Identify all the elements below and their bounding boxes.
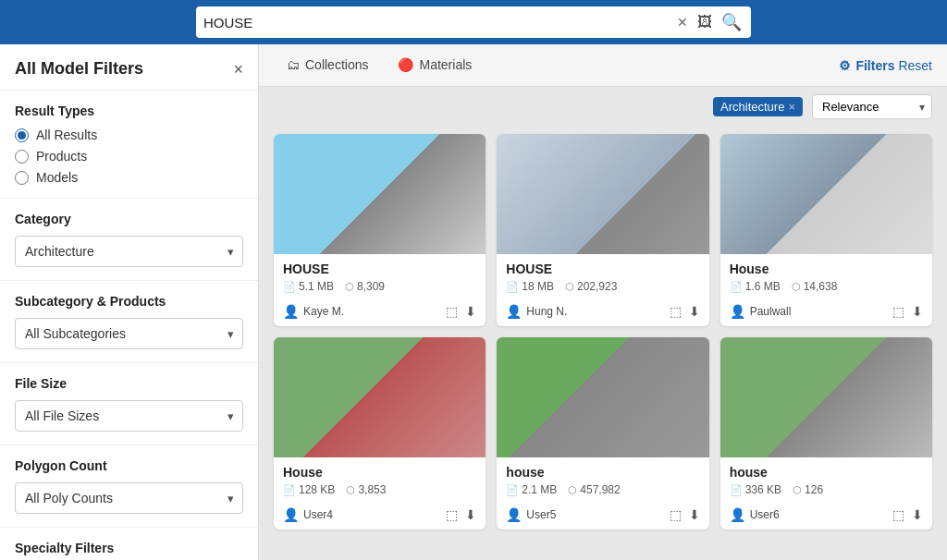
card-image <box>497 337 708 457</box>
card-file-size: 📄 18 MB <box>506 280 554 293</box>
card-footer: 👤 User4 ⬚ ⬇ <box>274 507 486 530</box>
card-author: 👤 Paulwall <box>730 304 792 319</box>
card-embed-button[interactable]: ⬚ <box>446 507 458 522</box>
author-name: User4 <box>303 508 333 521</box>
tab-materials-label: Materials <box>419 57 472 72</box>
search-go-button[interactable]: 🔍 <box>719 10 744 34</box>
model-grid: HOUSE 📄 5.1 MB ⬡ 8,309 👤 Kaye M. ⬚ ⬇ <box>274 134 932 530</box>
card-actions: ⬚ ⬇ <box>670 507 700 522</box>
card-download-button[interactable]: ⬇ <box>912 507 923 522</box>
radio-products[interactable]: Products <box>15 149 243 164</box>
subcategory-title: Subcategory & Products <box>15 294 243 309</box>
search-image-button[interactable]: 🖼 <box>695 12 714 32</box>
card-embed-button[interactable]: ⬚ <box>446 304 458 319</box>
grid-area: HOUSE 📄 5.1 MB ⬡ 8,309 👤 Kaye M. ⬚ ⬇ <box>259 127 947 560</box>
card-author: 👤 User5 <box>506 507 556 522</box>
category-title: Category <box>15 212 243 226</box>
card-actions: ⬚ ⬇ <box>446 507 476 522</box>
card-poly-count: ⬡ 457,982 <box>568 483 620 496</box>
card-title: house <box>506 465 699 480</box>
card-footer: 👤 User5 ⬚ ⬇ <box>497 507 708 530</box>
card-image <box>497 134 708 254</box>
content-toolbar: Architecture × Relevance Newest Most Dow… <box>259 87 947 127</box>
card-download-button[interactable]: ⬇ <box>465 304 476 319</box>
author-name: Kaye M. <box>303 305 344 318</box>
card-title: House <box>283 465 476 480</box>
model-card[interactable]: HOUSE 📄 5.1 MB ⬡ 8,309 👤 Kaye M. ⬚ ⬇ <box>274 134 486 326</box>
tab-materials[interactable]: 🔴 Materials <box>385 48 485 83</box>
card-download-button[interactable]: ⬇ <box>689 304 700 319</box>
tab-collections[interactable]: 🗂 Collections <box>274 48 381 83</box>
poly-icon: ⬡ <box>792 281 801 293</box>
radio-products-input[interactable] <box>15 150 29 164</box>
card-meta: 📄 336 KB ⬡ 126 <box>730 483 923 496</box>
model-card[interactable]: house 📄 336 KB ⬡ 126 👤 User6 ⬚ ⬇ <box>720 337 932 530</box>
model-card[interactable]: House 📄 128 KB ⬡ 3,853 👤 User4 ⬚ ⬇ <box>274 337 486 530</box>
model-card[interactable]: House 📄 1.6 MB ⬡ 14,638 👤 Paulwall ⬚ ⬇ <box>720 134 932 326</box>
author-name: Hung N. <box>526 305 567 318</box>
card-poly-count: ⬡ 14,638 <box>792 280 838 293</box>
card-embed-button[interactable]: ⬚ <box>670 304 682 319</box>
author-icon: 👤 <box>506 304 522 319</box>
search-box: ✕ 🖼 🔍 <box>196 6 751 38</box>
result-types-title: Result Types <box>15 103 243 118</box>
search-input[interactable] <box>203 15 670 30</box>
card-download-button[interactable]: ⬇ <box>689 507 700 522</box>
radio-models[interactable]: Models <box>15 170 243 185</box>
author-icon: 👤 <box>506 507 522 522</box>
card-file-size: 📄 5.1 MB <box>283 280 334 293</box>
radio-all-results-label: All Results <box>36 128 97 142</box>
model-card[interactable]: HOUSE 📄 18 MB ⬡ 202,923 👤 Hung N. ⬚ ⬇ <box>497 134 708 326</box>
card-embed-button[interactable]: ⬚ <box>892 507 904 522</box>
filters-button[interactable]: ⚙ Filters <box>839 58 894 73</box>
polygon-count-dropdown-wrapper: All Poly Counts < 10K 10K-100K 100K+ ▾ <box>15 482 243 514</box>
card-poly-count: ⬡ 8,309 <box>345 280 385 293</box>
file-icon: 📄 <box>283 281 296 293</box>
file-icon: 📄 <box>730 281 743 293</box>
card-actions: ⬚ ⬇ <box>670 304 700 319</box>
search-clear-button[interactable]: ✕ <box>675 13 690 31</box>
card-author: 👤 User6 <box>730 507 780 522</box>
card-download-button[interactable]: ⬇ <box>912 304 923 319</box>
author-icon: 👤 <box>730 507 745 522</box>
radio-models-input[interactable] <box>15 171 29 185</box>
card-file-size: 📄 336 KB <box>730 483 781 496</box>
card-image <box>720 134 932 254</box>
polygon-count-select[interactable]: All Poly Counts < 10K 10K-100K 100K+ <box>15 482 243 514</box>
subcategory-section: Subcategory & Products All Subcategories… <box>0 281 258 363</box>
file-size-select[interactable]: All File Sizes < 1 MB 1-10 MB 10-100 MB <box>15 400 243 432</box>
card-footer: 👤 Hung N. ⬚ ⬇ <box>497 304 708 326</box>
category-section: Category Architecture Vehicles Furniture… <box>0 199 258 281</box>
top-bar: ✕ 🖼 🔍 <box>0 0 947 44</box>
subcategory-select[interactable]: All Subcategories <box>15 318 243 349</box>
result-types-section: Result Types All Results Products Models <box>0 91 258 199</box>
radio-all-results[interactable]: All Results <box>15 128 243 142</box>
card-footer: 👤 Kaye M. ⬚ ⬇ <box>274 304 486 326</box>
panel-title: All Model Filters <box>15 59 143 79</box>
model-card[interactable]: house 📄 2.1 MB ⬡ 457,982 👤 User5 ⬚ ⬇ <box>497 337 708 530</box>
card-body: house 📄 2.1 MB ⬡ 457,982 <box>497 457 708 507</box>
card-embed-button[interactable]: ⬚ <box>892 304 904 319</box>
card-actions: ⬚ ⬇ <box>892 507 923 522</box>
filter-icon: ⚙ <box>839 58 851 73</box>
card-actions: ⬚ ⬇ <box>446 304 476 319</box>
active-filter-remove-button[interactable]: × <box>788 100 795 114</box>
card-embed-button[interactable]: ⬚ <box>670 507 682 522</box>
card-body: House 📄 128 KB ⬡ 3,853 <box>274 457 486 507</box>
poly-icon: ⬡ <box>568 484 577 496</box>
card-body: house 📄 336 KB ⬡ 126 <box>720 457 932 507</box>
author-icon: 👤 <box>730 304 745 319</box>
radio-all-results-input[interactable] <box>15 128 29 142</box>
card-download-button[interactable]: ⬇ <box>465 507 476 522</box>
active-filter-badge: Architecture × <box>713 97 803 116</box>
content-nav: 🗂 Collections 🔴 Materials ⚙ Filters Rese… <box>259 44 947 87</box>
card-author: 👤 Hung N. <box>506 304 567 319</box>
sort-select[interactable]: Relevance Newest Most Downloaded Most Li… <box>812 94 932 119</box>
card-image <box>720 337 932 457</box>
card-author: 👤 User4 <box>283 507 333 522</box>
poly-icon: ⬡ <box>345 281 354 293</box>
close-button[interactable]: × <box>233 61 243 78</box>
card-title: House <box>730 262 923 276</box>
category-select[interactable]: Architecture Vehicles Furniture Nature P… <box>15 236 243 267</box>
reset-button[interactable]: Reset <box>898 58 932 73</box>
